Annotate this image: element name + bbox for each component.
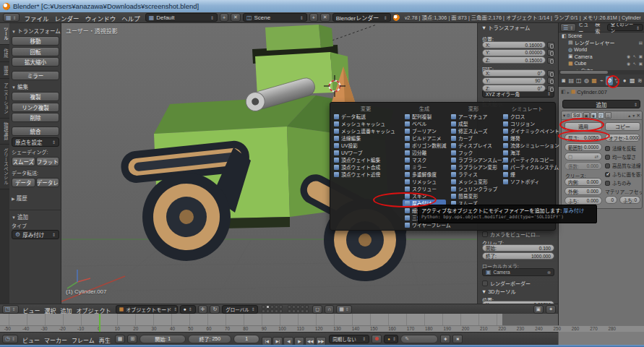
menu-item[interactable]: 修正スムーズ (449, 127, 498, 134)
lock-camera-checkbox[interactable]: カメラをビューにロ... (482, 231, 540, 238)
menu-item[interactable]: コリジョン (501, 120, 554, 127)
menubar-item[interactable]: レンダー (55, 15, 80, 22)
render-opengl-button[interactable]: ▣ (533, 305, 544, 314)
toolshelf-tab[interactable]: 物理演算 (0, 119, 9, 145)
checkbox[interactable] (605, 146, 610, 151)
modifier-checkbox[interactable]: 法線を反転 (605, 145, 636, 152)
lock-icon[interactable] (547, 77, 554, 84)
tool-button[interactable]: 削除 (12, 113, 59, 122)
value-field[interactable]: Y:0.00000 (482, 49, 546, 56)
layer-cell[interactable] (305, 309, 309, 313)
apply-button[interactable]: 適用 (564, 122, 602, 131)
modifier-name-field[interactable]: Sol (571, 112, 582, 119)
toolshelf-tab[interactable]: 作成 (0, 45, 9, 62)
timeline-frames-area[interactable] (0, 314, 558, 325)
viewport-visibility-toggle[interactable]: ◉ (591, 112, 597, 119)
layer-cell[interactable] (275, 309, 278, 313)
clamp-field[interactable]: 範囲制:0.0000 (564, 143, 602, 151)
material-offset-field[interactable]: ふち:0 (619, 196, 640, 204)
outliner-row[interactable]: ▤レンダーレイヤー▤ (559, 40, 644, 47)
menu-item[interactable]: 頂点ウェイト編集 (332, 156, 400, 163)
cage-toggle[interactable]: △ (605, 112, 611, 119)
viewport-menu-item[interactable]: 追加 (61, 308, 72, 314)
restrict-icons[interactable]: ◉ ↖ ▣ (627, 61, 644, 66)
keyframe-delete-icon[interactable]: ✖ (452, 335, 463, 343)
viewport-menu-item[interactable]: ビュー (23, 308, 40, 314)
keying-set-icon-select[interactable]: ●⇕ (384, 335, 398, 343)
playback-button[interactable]: |◀ (262, 337, 272, 346)
expand-icon[interactable]: ▾ (563, 113, 565, 119)
tab-world-icon[interactable]: ◍ (583, 76, 591, 85)
current-frame-field[interactable]: 1 (233, 335, 259, 343)
tab-object-data-icon[interactable]: ▽ (614, 76, 621, 85)
orientation-select[interactable]: グローバル⇕ (222, 305, 258, 314)
add-layout-button[interactable]: + (220, 13, 228, 22)
layer-cell[interactable] (279, 309, 283, 313)
menu-item[interactable]: スキン (403, 192, 446, 200)
shading-select[interactable]: ●⇕ (180, 305, 196, 314)
menu-item[interactable]: シュリンクラップ (449, 185, 498, 192)
shading-button[interactable]: フラット (36, 157, 60, 166)
outliner-row[interactable]: ▦Cube◉ ↖ ▣ (559, 60, 644, 67)
vertex-group-field[interactable]: ▢⇄ (564, 153, 602, 160)
layer-cell[interactable] (279, 305, 283, 309)
panel-header-3d-cursor[interactable]: ▼ 3Dカーソル (481, 288, 516, 295)
toolshelf-tab[interactable]: 関連 (0, 62, 9, 80)
layer-cell[interactable] (266, 309, 270, 313)
edit-mode-toggle[interactable]: ▽ (598, 112, 604, 119)
redo-operator-dropdown[interactable]: ⚙厚み付け⇕ (12, 230, 59, 239)
tool-button[interactable]: 拡大縮小 (12, 57, 59, 67)
menu-item[interactable]: 配列複製 (403, 113, 446, 120)
calendar-icon[interactable]: ▦ (115, 335, 126, 343)
tool-button[interactable]: 移動 (12, 36, 59, 46)
move-up-icon[interactable]: ▲ (627, 113, 631, 118)
layer-cell[interactable] (270, 305, 274, 309)
timeline-menu-item[interactable]: ビュー (22, 338, 40, 344)
outliner-display-select[interactable]: 全てのシーン⇕ (607, 24, 643, 31)
modifier-checkbox[interactable]: ふちに面を張る (605, 171, 643, 178)
tab-constraints-icon[interactable]: ⌁ (598, 76, 606, 85)
value-field[interactable]: Z:0.15000 (482, 56, 546, 64)
panel-header-edit[interactable]: ▼ 編集 (12, 82, 59, 90)
move-down-icon[interactable]: ▼ (632, 113, 635, 118)
menu-item[interactable]: ビルドアニメ (403, 134, 446, 142)
value-field[interactable]: Y:90° (482, 77, 546, 85)
render-visibility-toggle[interactable]: ▣ (583, 112, 590, 119)
transfer-button[interactable]: データレ (36, 178, 60, 187)
layer-cell[interactable] (292, 309, 296, 313)
menu-item[interactable]: 流体シミュレーション (501, 142, 554, 149)
menu-item[interactable]: 多重解像度 (403, 171, 446, 178)
lock-icon[interactable]: ◻ (312, 305, 322, 314)
snap-magnet-icon[interactable]: ∩ (325, 305, 334, 314)
layers-grid[interactable] (262, 305, 283, 313)
window-titlebar[interactable]: Blender* [C:¥Users¥anazawa¥Downloads¥scr… (0, 0, 644, 12)
lock-icon[interactable] (547, 70, 554, 77)
menu-item[interactable]: マスク (403, 156, 446, 163)
tab-render-icon[interactable]: ◙ (560, 76, 567, 85)
layer-cell[interactable] (266, 305, 270, 309)
menu-item[interactable]: 頂点ウェイト近傍 (332, 171, 400, 178)
tool-button[interactable]: 複製 (12, 92, 59, 101)
tab-physics-icon[interactable]: ≋ (636, 76, 643, 85)
factor-field[interactable]: 係数:0.000 (564, 162, 602, 170)
mode-select[interactable]: ▦オブジェクトモード⇕ (116, 305, 178, 314)
crease-field[interactable]: 内側:0.000 (564, 178, 602, 186)
layer-cell[interactable] (270, 309, 274, 313)
checkbox[interactable] (605, 163, 610, 168)
playback-button[interactable]: ▶▶ (316, 337, 326, 346)
checkbox[interactable] (605, 181, 610, 186)
menu-item[interactable]: ディスプレイス (449, 142, 498, 149)
add-modifier-dropdown[interactable]: 追加⇕ (562, 100, 640, 108)
outliner-search-menu[interactable]: 検索 (595, 23, 604, 35)
layer-cell[interactable] (262, 305, 265, 309)
menu-item[interactable]: カーブ (449, 134, 498, 142)
set-origin-dropdown[interactable]: 原点を設定⇕ (12, 137, 59, 147)
menu-item[interactable]: ベベル (403, 120, 446, 127)
tab-scene-icon[interactable]: ◫ (575, 76, 583, 85)
sync-select[interactable]: 同期しない⇕ (329, 335, 369, 343)
tab-material-icon[interactable]: ● (621, 76, 628, 85)
offset-field[interactable]: オフセ:-1.0000 (605, 134, 640, 142)
menu-item[interactable]: アーマチュア (449, 113, 498, 120)
render-opengl-anim-button[interactable]: ✦ (546, 305, 556, 314)
menu-item[interactable]: スクリュー (403, 185, 446, 192)
